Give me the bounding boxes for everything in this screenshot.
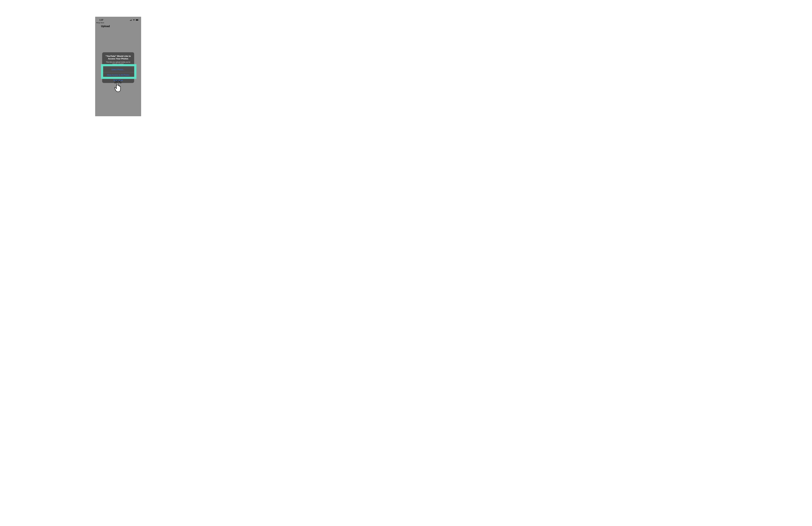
status-icons xyxy=(130,19,139,21)
svg-rect-0 xyxy=(130,20,130,21)
svg-rect-2 xyxy=(131,20,131,21)
wifi-icon xyxy=(133,19,135,21)
allow-all-photos-button[interactable]: Allow Access to All Photos xyxy=(102,72,134,77)
alert-body: “YouTube” Would Like to Access Your Phot… xyxy=(102,52,134,67)
status-bar: 1:37 xyxy=(95,17,141,21)
svg-rect-1 xyxy=(131,20,131,21)
select-photos-button[interactable]: Select Photos... xyxy=(102,67,134,72)
alert-title: “YouTube” Would Like to Access Your Phot… xyxy=(104,55,132,60)
phone-screen: 1:37 xyxy=(95,17,141,116)
cellular-icon xyxy=(130,19,132,21)
svg-rect-3 xyxy=(132,19,132,21)
status-time: 1:37 xyxy=(99,19,103,21)
battery-icon xyxy=(135,19,139,21)
back-breadcrumb[interactable]: ◀ App Store xyxy=(95,21,141,24)
back-chevron-icon: ◀ xyxy=(96,22,97,24)
back-label: App Store xyxy=(98,22,104,24)
dont-allow-button[interactable]: Don't Allow xyxy=(102,77,134,83)
alert-message: This lets you upload media you've alread… xyxy=(104,61,132,65)
page-title: Upload xyxy=(95,24,141,28)
permission-alert: “YouTube” Would Like to Access Your Phot… xyxy=(102,52,134,83)
svg-rect-5 xyxy=(136,19,138,20)
